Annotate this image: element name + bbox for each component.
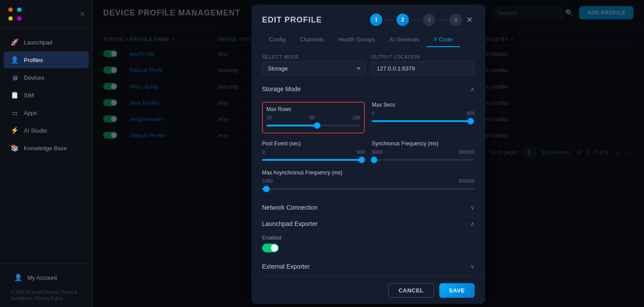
enabled-toggle[interactable] (262, 244, 279, 252)
sync-freq-range: 5000 300000 (372, 149, 475, 155)
max-secs-thumb[interactable] (468, 118, 474, 124)
max-async-freq-thumb[interactable] (263, 186, 270, 192)
sidebar-item-label: Launchpad (24, 39, 52, 46)
max-rows-range: 10 50 100 (266, 115, 360, 120)
modal-title: EDIT PROFILE (262, 15, 322, 25)
launchpad-exporter-header[interactable]: Launchpad Exporter ∧ (262, 217, 475, 231)
max-rows-label: Max Rows (266, 106, 360, 112)
profiles-icon: 👤 (11, 56, 19, 64)
sidebar-item-label: AI Studio (24, 127, 47, 134)
max-rows-slider-group: Max Rows 10 50 100 (262, 102, 365, 133)
step-3-button[interactable]: 3 (423, 14, 435, 26)
post-event-max: 600 (357, 149, 365, 155)
sidebar: ✕ 🚀 Launchpad 👤 Profiles 🖥 Devices 📋 SIM… (0, 0, 93, 307)
tab-config[interactable]: Config (262, 33, 293, 47)
sync-freq-track[interactable] (372, 159, 475, 161)
network-connection-section[interactable]: Network Connection ∨ (262, 199, 475, 217)
tab-health-groups[interactable]: Health Groups (331, 33, 382, 47)
sidebar-item-devices[interactable]: 🖥 Devices (4, 69, 89, 86)
post-event-slider-group: Post Event (sec) 0 600 (262, 141, 365, 163)
modal-close-button[interactable]: ✕ (464, 13, 475, 26)
max-secs-label: Max Secs (372, 102, 475, 108)
storage-mode-title: Storage Mode (262, 85, 301, 92)
sidebar-close-icon[interactable]: ✕ (80, 11, 85, 18)
sidebar-item-sim[interactable]: 📋 SIM (4, 87, 89, 104)
max-rows-thumb[interactable] (314, 122, 320, 129)
tab-y-code[interactable]: Y Code (427, 33, 460, 47)
tab-ai-generals[interactable]: AI Generals (382, 33, 427, 47)
max-secs-min: 0 (372, 111, 374, 116)
sidebar-item-my-account[interactable]: 👤 My Account (7, 269, 85, 286)
post-event-range: 0 600 (262, 149, 365, 155)
max-rows-track[interactable] (266, 125, 360, 126)
modal-body: Select Mode Storage Output Location Stor… (251, 47, 485, 277)
max-async-freq-label: Max Asynchronus Frequency (ms) (262, 170, 475, 176)
sync-freq-min: 5000 (372, 149, 382, 155)
sync-freq-label: Synchronus Frequency (ms) (372, 141, 475, 147)
svg-point-3 (17, 16, 22, 21)
tab-channels[interactable]: Channels (293, 33, 331, 47)
sidebar-item-label: My Account (27, 274, 57, 281)
storage-mode-chevron-icon: ∧ (470, 85, 475, 92)
external-exporter-section[interactable]: External Exporter ∨ (262, 258, 475, 276)
sidebar-item-knowledge-base[interactable]: 📚 Knowledge Base (4, 140, 89, 156)
output-location-group: Output Location (371, 54, 475, 76)
app-logo-icon (7, 6, 23, 22)
output-location-input[interactable] (371, 61, 475, 76)
sidebar-item-ai-studio[interactable]: ⚡ AI Studio (4, 122, 89, 139)
post-event-track[interactable] (262, 159, 365, 161)
select-mode-group: Select Mode Storage (262, 54, 366, 76)
storage-mode-section-header[interactable]: Storage Mode ∧ (262, 82, 475, 96)
save-button[interactable]: SAVE (439, 283, 475, 298)
sidebar-item-label: Profiles (24, 57, 43, 63)
post-event-min: 0 (262, 149, 265, 155)
svg-point-0 (8, 7, 13, 12)
step-2-button[interactable]: 2 (397, 14, 409, 26)
max-async-freq-track[interactable] (262, 188, 475, 190)
knowledge-base-icon: 📚 (11, 144, 19, 152)
post-event-fill (262, 159, 362, 161)
edit-profile-modal: EDIT PROFILE 1 2 3 4 ✕ Config Channels H… (251, 4, 485, 304)
ai-studio-icon: ⚡ (11, 126, 19, 134)
network-connection-title: Network Connection (262, 204, 318, 211)
sync-freq-slider-group: Synchronus Frequency (ms) 5000 300000 (372, 141, 475, 163)
output-location-label: Output Location (371, 54, 475, 59)
devices-icon: 🖥 (11, 74, 19, 81)
modal-steps: 1 2 3 4 ✕ (370, 13, 475, 26)
cancel-button[interactable]: CANCEL (388, 283, 434, 298)
select-mode-select[interactable]: Storage (262, 61, 366, 76)
svg-point-1 (17, 7, 22, 12)
external-exporter-title: External Exporter (262, 263, 310, 270)
launchpad-icon: 🚀 (11, 38, 19, 46)
form-top-row: Select Mode Storage Output Location (262, 54, 475, 76)
modal-tabs: Config Channels Health Groups AI General… (251, 26, 485, 47)
launchpad-exporter-content: Enabled (262, 235, 475, 258)
sidebar-item-label: Knowledge Base (24, 145, 67, 152)
max-rows-fill (266, 125, 317, 126)
max-rows-mid: 50 (309, 115, 315, 120)
sidebar-item-profiles[interactable]: 👤 Profiles (4, 52, 89, 68)
launchpad-exporter-section: Launchpad Exporter ∧ Enabled (262, 217, 475, 258)
sidebar-item-apps[interactable]: ⚏ Apps (4, 104, 89, 121)
enabled-toggle-container (262, 244, 475, 252)
step-4-button[interactable]: 4 (449, 14, 462, 26)
modal-footer: CANCEL SAVE (251, 277, 485, 304)
step-connector-2 (412, 19, 420, 20)
post-event-thumb[interactable] (359, 157, 365, 163)
modal-header: EDIT PROFILE 1 2 3 4 ✕ (251, 4, 485, 26)
sidebar-item-launchpad[interactable]: 🚀 Launchpad (4, 34, 89, 51)
max-async-freq-range: 1000 300000 (262, 178, 475, 184)
svg-point-2 (8, 16, 13, 21)
step-1-button[interactable]: 1 (370, 14, 382, 26)
sync-freq-thumb[interactable] (371, 157, 377, 163)
network-connection-chevron-icon: ∨ (470, 204, 475, 211)
max-rows-min: 10 (266, 115, 272, 120)
sync-freq-max: 300000 (458, 149, 475, 155)
sidebar-bottom: 👤 My Account © 2022 AI Smart Devices Ter… (0, 263, 92, 307)
max-rows-max: 100 (352, 115, 360, 120)
sidebar-nav: 🚀 Launchpad 👤 Profiles 🖥 Devices 📋 SIM ⚏… (0, 29, 92, 263)
step-connector-1 (385, 19, 394, 20)
select-mode-label: Select Mode (262, 54, 366, 59)
apps-icon: ⚏ (11, 109, 19, 117)
max-secs-track[interactable] (372, 120, 475, 122)
